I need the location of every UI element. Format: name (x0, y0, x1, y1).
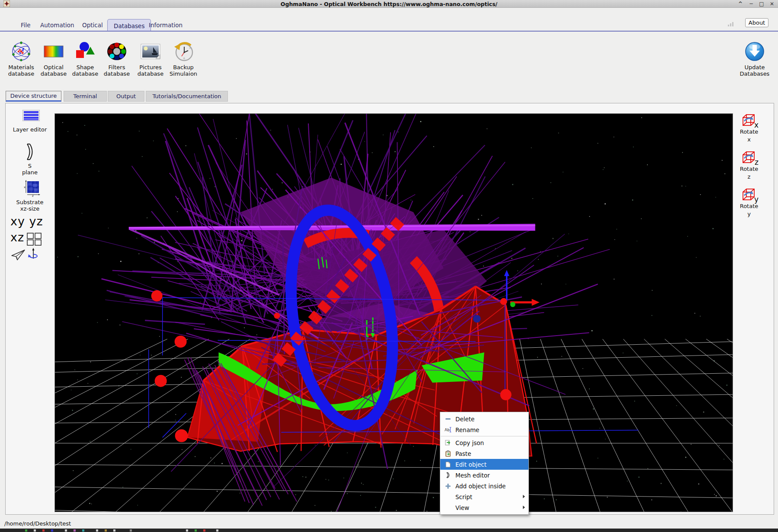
rotate-z-button[interactable]: z Rotate z (735, 151, 763, 180)
menu-tab-optical[interactable]: Optical (82, 21, 103, 29)
rotate-x-button[interactable]: x Rotate x (735, 113, 763, 143)
view-xy-yz-button[interactable]: xy yz (10, 215, 43, 228)
shape-database-button[interactable]: Shape database (70, 41, 101, 77)
menu-item-paste[interactable]: Paste (440, 448, 528, 459)
menu-item-delete[interactable]: Delete (440, 413, 528, 424)
backup-simulation-button[interactable]: 3 6 Backup Simulaion (168, 41, 199, 77)
svg-text:Ab: Ab (445, 428, 450, 432)
ribbon-separator (0, 31, 778, 32)
svg-text:3: 3 (189, 46, 191, 49)
rotate-y-button[interactable]: y Rotate y (735, 188, 763, 217)
backup-clock-icon: 3 6 (168, 41, 199, 62)
rotate-cube-icon (742, 158, 756, 166)
tab-terminal[interactable]: Terminal (64, 91, 107, 102)
window-title: OghmaNano - Optical Workbench https://ww… (0, 1, 778, 7)
spectrum-icon (38, 41, 69, 62)
atom-icon (6, 41, 37, 62)
layer-editor-label: Layer editor (5, 126, 54, 133)
s-plane-label: S plane (20, 163, 39, 176)
maximize-button[interactable]: □ (758, 0, 765, 7)
minus-icon (444, 418, 452, 420)
menu-tab-information[interactable]: Information (149, 21, 182, 29)
copy-icon (444, 440, 452, 446)
menu-item-mesh-editor[interactable]: Mesh editor (440, 470, 528, 481)
menu-item-view[interactable]: View (440, 502, 528, 513)
substrate-xz-size-button[interactable]: x z (24, 179, 40, 199)
rotate-axis-icon (28, 254, 39, 262)
four-view-grid-button[interactable] (27, 233, 42, 247)
minimize-button[interactable]: ─ (747, 0, 755, 7)
svg-text:x: x (24, 186, 26, 189)
shapes-icon (70, 41, 101, 62)
orbit-rotate-button[interactable] (28, 247, 39, 262)
application-window: OghmaNano - Optical Workbench https://ww… (0, 0, 778, 532)
layer-editor-button[interactable] (22, 110, 40, 123)
taskbar-strip (0, 529, 778, 532)
update-databases-button[interactable]: Update Databases (739, 41, 770, 77)
paper-icon (444, 461, 452, 468)
photo-icon (135, 41, 166, 62)
s-plane-icon (24, 154, 35, 163)
close-button[interactable]: ✕ (768, 0, 776, 7)
tab-device-structure[interactable]: Device structure (6, 91, 61, 102)
submenu-arrow-icon (523, 506, 525, 509)
pictures-database-button[interactable]: Pictures database (135, 41, 166, 77)
optical-database-button[interactable]: Optical database (38, 41, 69, 77)
curve-icon (444, 472, 452, 478)
filters-database-button[interactable]: Filters database (101, 41, 132, 77)
resize-grip-icon (728, 20, 734, 28)
substrate-xz-size-label: Substrate xz-size (13, 199, 47, 212)
paste-icon (444, 450, 452, 457)
grid-2x2-icon (27, 239, 42, 247)
blue-download-icon (739, 41, 770, 62)
about-button[interactable]: About (745, 18, 768, 27)
submenu-arrow-icon (523, 495, 525, 498)
menu-item-rename[interactable]: Ab Rename (440, 424, 528, 435)
substrate-icon: x z (24, 190, 40, 199)
color-wheel-icon (101, 41, 132, 62)
svg-text:6: 6 (183, 57, 185, 60)
menu-item-edit-object[interactable]: Edit object (440, 459, 528, 470)
status-bar-path: /home/rod/Desktop/test (4, 520, 71, 527)
shade-button[interactable]: ^ (736, 0, 744, 7)
materials-database-button[interactable]: Materials database (6, 41, 37, 77)
menu-tab-automation[interactable]: Automation (40, 21, 74, 29)
svg-text:z: z (32, 194, 34, 197)
menu-separator (441, 436, 528, 436)
layer-editor-icon (22, 115, 40, 123)
paper-plane-icon (11, 255, 26, 263)
tab-tutorials-documentation[interactable]: Tutorials/Documentation (146, 91, 228, 102)
view-xz-button[interactable]: xz (10, 231, 24, 244)
menu-item-script[interactable]: Script (440, 491, 528, 502)
menu-tab-databases[interactable]: Databases (107, 19, 151, 32)
plus-icon (444, 484, 452, 489)
s-plane-button[interactable] (24, 143, 35, 163)
menu-item-copy-json[interactable]: Copy json (440, 437, 528, 448)
context-menu: Delete Ab Rename Copy json Paste Edit ob… (440, 412, 529, 515)
viewport-3d[interactable]: Delete Ab Rename Copy json Paste Edit ob… (54, 113, 733, 512)
rename-icon: Ab (444, 427, 452, 433)
title-bar[interactable]: OghmaNano - Optical Workbench https://ww… (0, 0, 778, 8)
menu-item-add-object-inside[interactable]: Add object inside (440, 481, 528, 491)
tab-output[interactable]: Output (108, 91, 144, 102)
menu-tab-file[interactable]: File (21, 21, 31, 29)
fly-through-button[interactable] (11, 249, 26, 263)
